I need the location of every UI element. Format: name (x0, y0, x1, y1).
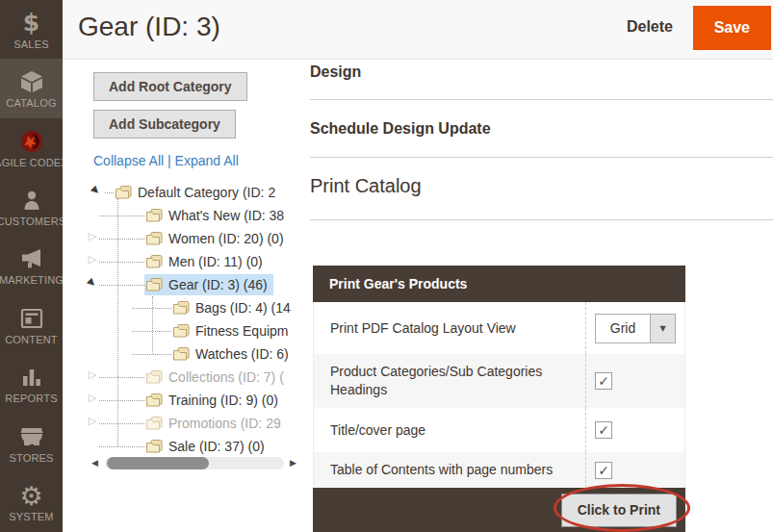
tree-node-link[interactable]: What's New (ID: 38 (144, 205, 290, 226)
tree-horizontal-scrollbar: ◀ ▶ (82, 456, 299, 471)
dollar-icon: $ (23, 10, 39, 37)
tree-connector (132, 308, 171, 309)
add-root-category-button[interactable]: Add Root Category (93, 72, 247, 101)
tree-connector (105, 192, 114, 193)
save-button[interactable]: Save (693, 6, 771, 50)
tree-node-label: Watches (ID: 6) (195, 346, 289, 362)
sidebar-item-sales[interactable]: $ SALES (0, 0, 63, 59)
category-tree-panel: Add Root Category Add Subcategory Collap… (82, 60, 299, 532)
click-to-print-button[interactable]: Click to Print (561, 494, 677, 527)
delete-button[interactable]: Delete (627, 18, 673, 36)
tree-node-link[interactable]: Bags (ID: 4) (14 (171, 297, 296, 318)
collapse-all-link[interactable]: Collapse All (93, 153, 164, 168)
sidebar-item-label: AGILE CODEX (0, 157, 63, 168)
section-print-catalog[interactable]: Print Catalog (310, 175, 422, 197)
tree-links: Collapse All | Expand All (93, 153, 239, 168)
tree-connector (132, 331, 171, 332)
print-products-table: Print Gear's Products Print PDF Catalog … (313, 266, 685, 532)
magento-admin-category-page: $ SALES CATALOG AGILE CODEX CUSTOMERS (0, 0, 773, 532)
sidebar-item-label: CONTENT (5, 334, 58, 345)
tree-node-link[interactable]: Promotions (ID: 29 (144, 413, 287, 434)
sidebar-item-content[interactable]: CONTENT (0, 295, 63, 354)
row-control: ✓ (586, 354, 684, 408)
scrollbar-thumb[interactable] (107, 457, 209, 469)
tree-node-women: ▷ Women (ID: 20) (0) (82, 227, 299, 250)
box-icon (19, 68, 44, 95)
row-control: Grid ▼ (586, 302, 684, 354)
collapsed-arrow-icon[interactable]: ▷ (86, 368, 99, 381)
tree-connector (132, 354, 171, 355)
tree-node-sale: Sale (ID: 37) (0) (82, 435, 299, 458)
tree-node-label: Training (ID: 9) (0) (168, 393, 278, 408)
table-row: Print PDF Catalog Layout View Grid ▼ (313, 302, 685, 354)
tree-node-link[interactable]: Collections (ID: 7) ( (144, 367, 290, 388)
sidebar-item-system[interactable]: ⚙ SYSTEM (0, 473, 63, 532)
tree-node-default-category: ▶ Default Category (ID: 2 (82, 181, 299, 204)
page-title: Gear (ID: 3) (78, 12, 220, 42)
layout-icon (19, 305, 44, 332)
toc-checkbox[interactable]: ✓ (595, 462, 612, 479)
row-label: Product Categories/Sub Categories Headin… (314, 354, 586, 408)
section-design[interactable]: Design (310, 63, 361, 81)
section-schedule-design-update[interactable]: Schedule Design Update (310, 120, 491, 138)
sidebar-item-label: SYSTEM (9, 511, 53, 522)
expanded-arrow-icon[interactable]: ▶ (84, 274, 101, 291)
add-subcategory-button[interactable]: Add Subcategory (93, 110, 236, 139)
sidebar-item-reports[interactable]: REPORTS (0, 355, 63, 414)
print-table-header: Print Gear's Products (313, 266, 685, 302)
layout-view-select[interactable]: Grid ▼ (595, 314, 676, 343)
tree-node-link[interactable]: Sale (ID: 37) (0) (144, 436, 271, 457)
tree-node-label: Fitness Equipm (195, 323, 288, 339)
tree-node-whats-new: What's New (ID: 38 (82, 204, 299, 227)
sidebar: $ SALES CATALOG AGILE CODEX CUSTOMERS (0, 0, 63, 532)
tree-connector (99, 239, 144, 240)
row-control: ✓ (586, 452, 684, 488)
tree-node-link[interactable]: Women (ID: 20) (0) (144, 228, 290, 249)
scrollbar-track[interactable] (105, 457, 284, 469)
tree-connector (99, 262, 144, 263)
table-row: Table of Contents with page numbers ✓ (313, 452, 685, 488)
tree-node-link-selected[interactable]: Gear (ID: 3) (46) (144, 274, 273, 295)
storefront-icon (19, 423, 44, 450)
expand-all-link[interactable]: Expand All (175, 153, 239, 168)
collapsed-arrow-icon[interactable]: ▷ (86, 230, 99, 242)
tree-node-link[interactable]: Men (ID: 11) (0) (144, 251, 269, 272)
tree-node-link[interactable]: Fitness Equipm (171, 320, 294, 342)
chevron-down-icon[interactable]: ▼ (650, 315, 675, 342)
tree-node-fitness-equipment: Fitness Equipm (82, 319, 299, 342)
table-row: Title/cover page ✓ (313, 408, 685, 452)
sidebar-item-agile-codex[interactable]: AGILE CODEX (0, 118, 63, 177)
sidebar-item-marketing[interactable]: MARKETING (0, 237, 63, 295)
section-divider (310, 219, 773, 220)
tree-connector (99, 423, 144, 424)
sidebar-item-catalog[interactable]: CATALOG (0, 59, 63, 117)
row-label: Print PDF Catalog Layout View (314, 302, 586, 354)
sidebar-item-customers[interactable]: CUSTOMERS (0, 177, 63, 236)
collapsed-arrow-icon[interactable]: ▷ (86, 392, 99, 404)
tree-node-link[interactable]: Default Category (ID: 2 (114, 182, 281, 203)
tree-node-label: Promotions (ID: 29 (168, 416, 281, 431)
tree-connector (99, 377, 144, 378)
person-icon (19, 187, 44, 214)
expanded-arrow-icon[interactable]: ▶ (88, 182, 105, 199)
tree-node-bags: Bags (ID: 4) (14 (82, 296, 299, 319)
section-divider (310, 99, 773, 100)
title-cover-checkbox[interactable]: ✓ (595, 421, 612, 439)
sidebar-item-stores[interactable]: STORES (0, 414, 63, 472)
tree-node-training: ▷ Training (ID: 9) (0) (82, 389, 299, 412)
tree-node-label: Bags (ID: 4) (14 (195, 300, 291, 316)
scroll-right-icon[interactable]: ▶ (290, 458, 296, 468)
tree-node-men: ▷ Men (ID: 11) (0) (82, 250, 299, 273)
sidebar-item-label: CATALOG (6, 97, 56, 109)
section-divider (310, 157, 773, 158)
table-row: Product Categories/Sub Categories Headin… (313, 354, 685, 408)
scroll-left-icon[interactable]: ◀ (91, 458, 98, 468)
collapsed-arrow-icon[interactable]: ▷ (86, 253, 99, 266)
tree-node-collections: ▷ Collections (ID: 7) ( (82, 366, 299, 389)
bar-chart-icon (19, 364, 44, 391)
tree-node-link[interactable]: Watches (ID: 6) (171, 343, 295, 365)
tree-node-label: Sale (ID: 37) (0) (168, 439, 265, 454)
collapsed-arrow-icon[interactable]: ▷ (86, 415, 99, 427)
headings-checkbox[interactable]: ✓ (595, 372, 612, 390)
tree-node-link[interactable]: Training (ID: 9) (0) (144, 390, 284, 411)
